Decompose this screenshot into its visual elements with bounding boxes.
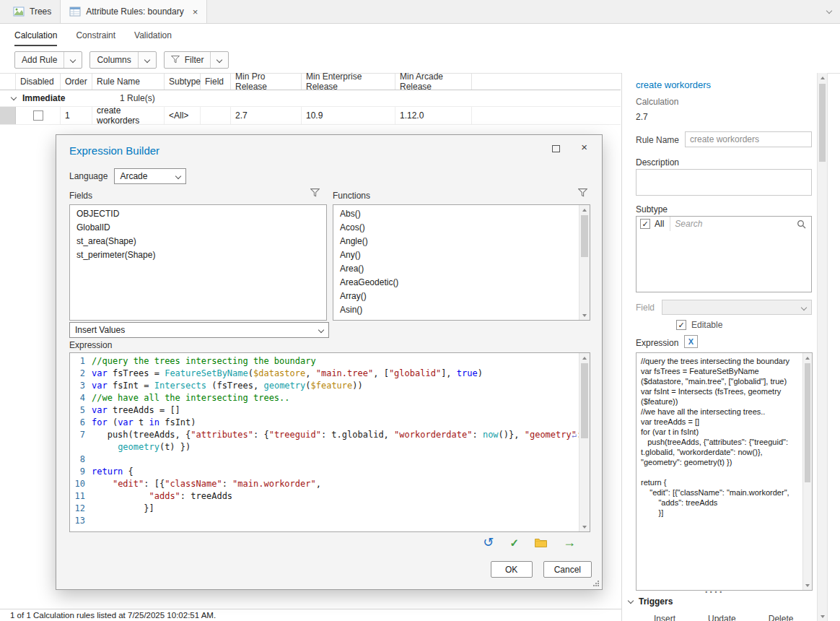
editable-checkbox[interactable] bbox=[676, 320, 686, 330]
scroll-down-icon[interactable] bbox=[818, 612, 827, 621]
editable-row: Editable bbox=[676, 320, 722, 330]
expression-preview: //query the trees intersecting the bound… bbox=[636, 352, 813, 591]
fields-filter-icon[interactable] bbox=[310, 188, 320, 197]
scrollbar-thumb[interactable] bbox=[819, 84, 826, 162]
columns-button[interactable]: Columns bbox=[89, 51, 156, 69]
list-item[interactable]: st_perimeter(Shape) bbox=[70, 248, 326, 262]
view-tab-label: Trees bbox=[30, 6, 51, 17]
preview-scrollbar[interactable] bbox=[802, 353, 812, 590]
min-pro-cell: 2.7 bbox=[231, 107, 302, 124]
arcgis-pro-window: Trees Attribute Rules: boundary × Calcul… bbox=[0, 0, 840, 621]
chevron-down-icon[interactable] bbox=[826, 8, 832, 14]
list-item[interactable]: Array() bbox=[333, 290, 579, 303]
panel-scrollbar[interactable] bbox=[817, 73, 828, 621]
scroll-up-icon[interactable] bbox=[803, 353, 812, 362]
ok-button[interactable]: OK bbox=[491, 561, 533, 578]
insert-values-dropdown[interactable]: Insert Values bbox=[69, 322, 329, 338]
functions-scrollbar[interactable] bbox=[579, 205, 590, 320]
filter-dropdown[interactable] bbox=[211, 52, 228, 68]
fields-list[interactable]: OBJECTIDGlobalIDst_area(Shape)st_perimet… bbox=[69, 204, 327, 321]
list-item[interactable]: Abs() bbox=[333, 207, 579, 221]
list-item[interactable]: Angle() bbox=[333, 235, 579, 248]
field-dropdown[interactable] bbox=[662, 300, 812, 315]
scrollbar-thumb[interactable] bbox=[581, 215, 588, 257]
editor-scrollbar[interactable] bbox=[579, 353, 590, 531]
col-header-disabled[interactable]: Disabled bbox=[16, 74, 61, 90]
col-header-subtype[interactable]: Subtype bbox=[165, 74, 201, 90]
expression-editor[interactable]: 1//query the trees intersecting the boun… bbox=[69, 352, 590, 532]
scroll-up-icon[interactable] bbox=[818, 73, 827, 82]
open-folder-icon[interactable] bbox=[535, 538, 547, 547]
list-item[interactable]: Any() bbox=[333, 248, 579, 262]
list-item[interactable]: GlobalID bbox=[70, 221, 326, 235]
scroll-down-icon[interactable] bbox=[579, 522, 590, 531]
undo-icon[interactable]: ↺ bbox=[483, 536, 494, 549]
col-header-min-enterprise[interactable]: Min Enterprise Release bbox=[302, 74, 395, 90]
col-header-field[interactable]: Field bbox=[201, 74, 231, 90]
expression-code[interactable]: 1//query the trees intersecting the boun… bbox=[70, 353, 579, 531]
view-tab-attribute-rules[interactable]: Attribute Rules: boundary × bbox=[60, 0, 207, 23]
rule-name-input[interactable] bbox=[685, 131, 812, 147]
scroll-up-icon[interactable] bbox=[579, 353, 590, 362]
status-text: 1 of 1 Calculation rules listed at 7/25/… bbox=[10, 611, 216, 620]
expression-clear-button[interactable]: X bbox=[684, 335, 698, 348]
scroll-up-icon[interactable] bbox=[579, 205, 590, 214]
col-header-rule-name[interactable]: Rule Name bbox=[92, 74, 165, 90]
expression-preview-text: //query the trees intersecting the bound… bbox=[636, 353, 802, 590]
scrollbar-thumb[interactable] bbox=[581, 363, 588, 438]
col-header-min-arcade[interactable]: Min Arcade Release bbox=[395, 74, 472, 90]
scrollbar-thumb[interactable] bbox=[805, 363, 810, 482]
functions-filter-icon[interactable] bbox=[578, 188, 587, 197]
code-line: 4//we have all the intersecting trees.. bbox=[70, 392, 579, 404]
list-item[interactable]: st_area(Shape) bbox=[70, 235, 326, 248]
close-dialog-icon[interactable]: × bbox=[581, 142, 587, 152]
columns-dropdown[interactable] bbox=[139, 52, 156, 68]
col-header-order[interactable]: Order bbox=[61, 74, 92, 90]
code-line: 9return { bbox=[70, 466, 579, 478]
maximize-icon[interactable] bbox=[552, 145, 560, 152]
group-row-immediate[interactable]: Immediate 1 Rule(s) bbox=[0, 90, 621, 107]
row-selector-cell[interactable] bbox=[0, 107, 16, 124]
divider bbox=[670, 217, 670, 231]
tab-constraint[interactable]: Constraint bbox=[76, 30, 115, 46]
subtype-all-checkbox[interactable] bbox=[640, 219, 650, 229]
list-item[interactable]: Asin() bbox=[333, 303, 579, 317]
add-rule-dropdown[interactable] bbox=[64, 52, 82, 68]
subtype-search-input[interactable] bbox=[675, 217, 794, 231]
close-tab-icon[interactable]: × bbox=[193, 7, 198, 17]
view-tab-bar: Trees Attribute Rules: boundary × bbox=[0, 0, 840, 24]
trigger-update-label[interactable]: Update bbox=[708, 614, 736, 621]
list-item[interactable]: OBJECTID bbox=[70, 207, 326, 221]
code-line: 3var fsInt = Intersects (fsTrees, geomet… bbox=[70, 380, 579, 392]
table-row[interactable]: 1 create workorders <All> 2.7 10.9 1.12.… bbox=[0, 107, 621, 125]
subtype-list[interactable] bbox=[636, 231, 812, 292]
filter-funnel-icon bbox=[171, 56, 180, 64]
list-item[interactable]: AreaGeodetic() bbox=[333, 276, 579, 290]
triggers-section-header[interactable]: Triggers bbox=[629, 596, 673, 607]
verify-expression-icon[interactable]: ✓ bbox=[509, 537, 519, 548]
functions-label: Functions bbox=[333, 191, 370, 201]
language-dropdown[interactable]: Arcade bbox=[114, 168, 186, 184]
functions-list[interactable]: Abs()Acos()Angle()Any()Area()AreaGeodeti… bbox=[333, 204, 590, 321]
description-label: Description bbox=[636, 157, 679, 168]
disabled-cell bbox=[16, 107, 61, 124]
view-tab-trees[interactable]: Trees bbox=[4, 0, 60, 23]
order-cell: 1 bbox=[61, 107, 92, 124]
resize-grip[interactable] bbox=[592, 580, 600, 587]
tab-calculation[interactable]: Calculation bbox=[14, 30, 57, 46]
description-input[interactable] bbox=[636, 169, 812, 196]
filter-button[interactable]: Filter bbox=[164, 51, 229, 69]
panel-splitter-handle[interactable] bbox=[622, 589, 807, 596]
scroll-down-icon[interactable] bbox=[579, 310, 590, 320]
tab-validation[interactable]: Validation bbox=[134, 30, 172, 46]
add-rule-button[interactable]: Add Rule bbox=[14, 51, 82, 69]
export-expression-icon[interactable]: → bbox=[563, 536, 576, 549]
disabled-checkbox[interactable] bbox=[33, 110, 43, 121]
trigger-delete-label[interactable]: Delete bbox=[769, 614, 794, 621]
list-item[interactable]: Acos() bbox=[333, 221, 579, 235]
cancel-button[interactable]: Cancel bbox=[543, 561, 592, 578]
trigger-insert-label[interactable]: Insert bbox=[654, 614, 675, 621]
list-item[interactable]: Area() bbox=[333, 262, 579, 276]
col-header-min-pro[interactable]: Min Pro Release bbox=[231, 74, 302, 90]
field-label: Field bbox=[636, 303, 655, 313]
